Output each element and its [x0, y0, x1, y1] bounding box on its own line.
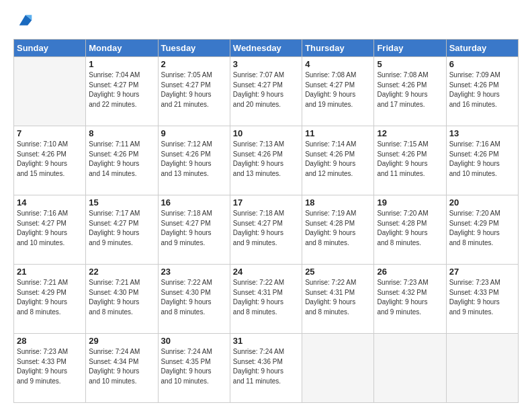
day-number: 2 — [161, 59, 227, 69]
day-info: Sunrise: 7:21 AMSunset: 4:30 PMDaylight:… — [89, 278, 154, 317]
day-cell: 20Sunrise: 7:20 AMSunset: 4:29 PMDayligh… — [446, 195, 518, 265]
day-info: Sunrise: 7:23 AMSunset: 4:33 PMDaylight:… — [449, 278, 515, 317]
day-info: Sunrise: 7:18 AMSunset: 4:27 PMDaylight:… — [233, 209, 299, 248]
day-number: 31 — [233, 336, 299, 346]
day-number: 22 — [89, 267, 154, 277]
day-info: Sunrise: 7:09 AMSunset: 4:26 PMDaylight:… — [449, 71, 515, 109]
weekday-header-monday: Monday — [86, 40, 158, 57]
logo — [13, 11, 35, 32]
week-row-3: 14Sunrise: 7:16 AMSunset: 4:27 PMDayligh… — [14, 195, 519, 265]
day-cell: 2Sunrise: 7:05 AMSunset: 4:27 PMDaylight… — [158, 57, 230, 126]
day-number: 16 — [161, 197, 227, 208]
day-info: Sunrise: 7:04 AMSunset: 4:27 PMDaylight:… — [89, 71, 154, 109]
day-info: Sunrise: 7:17 AMSunset: 4:27 PMDaylight:… — [89, 209, 154, 248]
day-cell: 24Sunrise: 7:22 AMSunset: 4:31 PMDayligh… — [230, 265, 302, 334]
day-info: Sunrise: 7:20 AMSunset: 4:29 PMDaylight:… — [449, 209, 515, 248]
day-info: Sunrise: 7:23 AMSunset: 4:33 PMDaylight:… — [17, 347, 83, 386]
day-info: Sunrise: 7:16 AMSunset: 4:26 PMDaylight:… — [449, 140, 515, 179]
day-number: 10 — [233, 128, 299, 138]
day-cell — [14, 57, 86, 126]
day-cell: 13Sunrise: 7:16 AMSunset: 4:26 PMDayligh… — [446, 126, 518, 195]
day-info: Sunrise: 7:22 AMSunset: 4:31 PMDaylight:… — [305, 278, 371, 317]
logo-icon — [16, 11, 35, 30]
day-cell: 22Sunrise: 7:21 AMSunset: 4:30 PMDayligh… — [86, 265, 158, 334]
day-cell: 26Sunrise: 7:23 AMSunset: 4:32 PMDayligh… — [374, 265, 446, 334]
day-number: 11 — [305, 128, 371, 138]
day-number: 25 — [305, 267, 371, 277]
day-cell — [302, 334, 374, 403]
day-info: Sunrise: 7:20 AMSunset: 4:28 PMDaylight:… — [377, 209, 443, 248]
day-info: Sunrise: 7:18 AMSunset: 4:27 PMDaylight:… — [161, 209, 227, 248]
day-cell: 17Sunrise: 7:18 AMSunset: 4:27 PMDayligh… — [230, 195, 302, 265]
day-number: 28 — [17, 336, 83, 346]
day-info: Sunrise: 7:21 AMSunset: 4:29 PMDaylight:… — [17, 278, 83, 317]
weekday-header-wednesday: Wednesday — [230, 40, 302, 57]
week-row-4: 21Sunrise: 7:21 AMSunset: 4:29 PMDayligh… — [14, 265, 519, 334]
day-number: 27 — [449, 267, 515, 277]
day-cell: 5Sunrise: 7:08 AMSunset: 4:26 PMDaylight… — [374, 57, 446, 126]
day-number: 1 — [89, 59, 154, 69]
day-cell: 12Sunrise: 7:15 AMSunset: 4:26 PMDayligh… — [374, 126, 446, 195]
day-info: Sunrise: 7:11 AMSunset: 4:26 PMDaylight:… — [89, 140, 154, 179]
day-cell — [446, 334, 518, 403]
day-number: 17 — [233, 197, 299, 208]
day-cell: 1Sunrise: 7:04 AMSunset: 4:27 PMDaylight… — [86, 57, 158, 126]
week-row-1: 1Sunrise: 7:04 AMSunset: 4:27 PMDaylight… — [14, 57, 519, 126]
day-cell: 23Sunrise: 7:22 AMSunset: 4:30 PMDayligh… — [158, 265, 230, 334]
day-number: 5 — [377, 59, 443, 69]
day-cell: 27Sunrise: 7:23 AMSunset: 4:33 PMDayligh… — [446, 265, 518, 334]
day-number: 24 — [233, 267, 299, 277]
day-cell: 30Sunrise: 7:24 AMSunset: 4:35 PMDayligh… — [158, 334, 230, 403]
day-cell: 29Sunrise: 7:24 AMSunset: 4:34 PMDayligh… — [86, 334, 158, 403]
day-cell: 18Sunrise: 7:19 AMSunset: 4:28 PMDayligh… — [302, 195, 374, 265]
weekday-header-thursday: Thursday — [302, 40, 374, 57]
day-number: 20 — [449, 197, 515, 208]
page: SundayMondayTuesdayWednesdayThursdayFrid… — [0, 0, 532, 411]
day-cell: 21Sunrise: 7:21 AMSunset: 4:29 PMDayligh… — [14, 265, 86, 334]
day-cell: 25Sunrise: 7:22 AMSunset: 4:31 PMDayligh… — [302, 265, 374, 334]
day-info: Sunrise: 7:22 AMSunset: 4:30 PMDaylight:… — [161, 278, 227, 317]
day-info: Sunrise: 7:10 AMSunset: 4:26 PMDaylight:… — [17, 140, 83, 179]
day-info: Sunrise: 7:24 AMSunset: 4:34 PMDaylight:… — [89, 347, 154, 386]
day-number: 29 — [89, 336, 154, 346]
day-number: 14 — [17, 197, 83, 208]
day-info: Sunrise: 7:15 AMSunset: 4:26 PMDaylight:… — [377, 140, 443, 179]
day-cell: 6Sunrise: 7:09 AMSunset: 4:26 PMDaylight… — [446, 57, 518, 126]
day-cell: 28Sunrise: 7:23 AMSunset: 4:33 PMDayligh… — [14, 334, 86, 403]
day-info: Sunrise: 7:16 AMSunset: 4:27 PMDaylight:… — [17, 209, 83, 248]
week-row-5: 28Sunrise: 7:23 AMSunset: 4:33 PMDayligh… — [14, 334, 519, 403]
day-cell: 11Sunrise: 7:14 AMSunset: 4:26 PMDayligh… — [302, 126, 374, 195]
day-info: Sunrise: 7:19 AMSunset: 4:28 PMDaylight:… — [305, 209, 371, 248]
weekday-header-tuesday: Tuesday — [158, 40, 230, 57]
day-number: 30 — [161, 336, 227, 346]
day-number: 12 — [377, 128, 443, 138]
weekday-header-saturday: Saturday — [446, 40, 518, 57]
weekday-header-sunday: Sunday — [14, 40, 86, 57]
day-number: 26 — [377, 267, 443, 277]
day-number: 15 — [89, 197, 154, 208]
day-number: 8 — [89, 128, 154, 138]
header — [13, 11, 519, 32]
day-info: Sunrise: 7:07 AMSunset: 4:27 PMDaylight:… — [233, 71, 299, 109]
day-cell: 16Sunrise: 7:18 AMSunset: 4:27 PMDayligh… — [158, 195, 230, 265]
day-info: Sunrise: 7:14 AMSunset: 4:26 PMDaylight:… — [305, 140, 371, 179]
day-cell: 19Sunrise: 7:20 AMSunset: 4:28 PMDayligh… — [374, 195, 446, 265]
day-number: 6 — [449, 59, 515, 69]
day-info: Sunrise: 7:22 AMSunset: 4:31 PMDaylight:… — [233, 278, 299, 317]
week-row-2: 7Sunrise: 7:10 AMSunset: 4:26 PMDaylight… — [14, 126, 519, 195]
day-info: Sunrise: 7:12 AMSunset: 4:26 PMDaylight:… — [161, 140, 227, 179]
day-cell: 10Sunrise: 7:13 AMSunset: 4:26 PMDayligh… — [230, 126, 302, 195]
day-cell: 7Sunrise: 7:10 AMSunset: 4:26 PMDaylight… — [14, 126, 86, 195]
day-number: 13 — [449, 128, 515, 138]
day-number: 21 — [17, 267, 83, 277]
day-cell — [374, 334, 446, 403]
day-number: 23 — [161, 267, 227, 277]
day-info: Sunrise: 7:13 AMSunset: 4:26 PMDaylight:… — [233, 140, 299, 179]
day-cell: 3Sunrise: 7:07 AMSunset: 4:27 PMDaylight… — [230, 57, 302, 126]
day-info: Sunrise: 7:05 AMSunset: 4:27 PMDaylight:… — [161, 71, 227, 109]
day-info: Sunrise: 7:08 AMSunset: 4:27 PMDaylight:… — [305, 71, 371, 109]
calendar-table: SundayMondayTuesdayWednesdayThursdayFrid… — [13, 39, 519, 403]
day-cell: 15Sunrise: 7:17 AMSunset: 4:27 PMDayligh… — [86, 195, 158, 265]
day-info: Sunrise: 7:08 AMSunset: 4:26 PMDaylight:… — [377, 71, 443, 109]
day-info: Sunrise: 7:24 AMSunset: 4:36 PMDaylight:… — [233, 347, 299, 386]
